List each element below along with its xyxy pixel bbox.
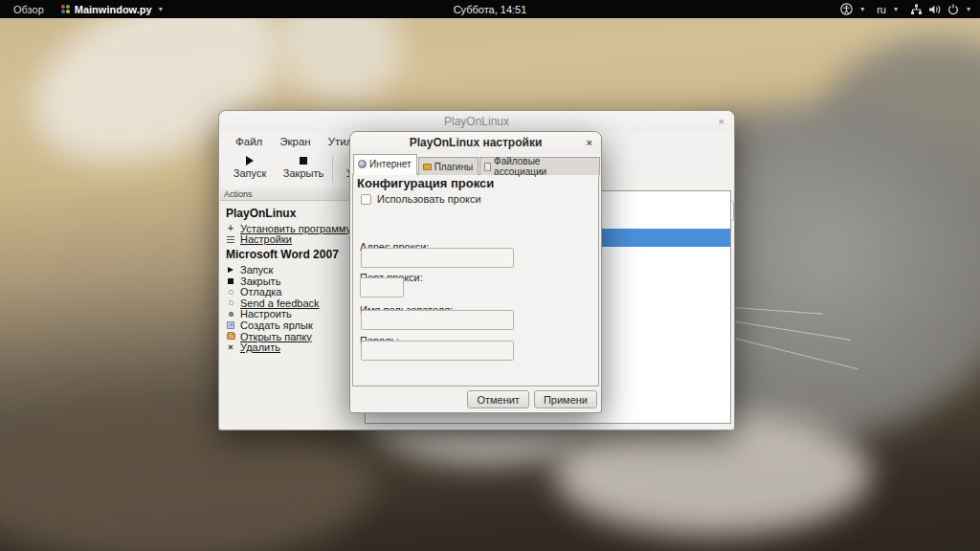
close-icon[interactable]: × xyxy=(587,132,592,154)
sidebar-section-msword: Microsoft Word 2007 xyxy=(226,248,358,261)
sidebar-item-create-shortcut[interactable]: ↗ Создать ярлык xyxy=(226,320,358,331)
proxy-username-input[interactable] xyxy=(361,310,514,330)
apply-button[interactable]: Примени xyxy=(534,390,597,408)
stop-icon xyxy=(228,278,234,284)
system-status-menu[interactable]: ▾ xyxy=(910,4,970,15)
accessibility-icon xyxy=(840,3,853,15)
main-window-titlebar[interactable]: PlayOnLinux × xyxy=(219,111,734,132)
sidebar-item-run[interactable]: Запуск xyxy=(226,264,358,276)
cross-icon: × xyxy=(228,342,233,352)
chevron-down-icon: ▾ xyxy=(967,5,970,13)
app-menu-label: Mainwindow.py xyxy=(75,4,152,15)
run-button[interactable]: Запуск xyxy=(219,154,280,179)
settings-dialog: PlayOnLinux настройки × Интернет Плагины… xyxy=(349,131,602,413)
list-icon xyxy=(227,236,234,243)
tab-internet[interactable]: Интернет xyxy=(353,154,417,175)
proxy-port-input[interactable] xyxy=(360,277,404,298)
sidebar-item-install-program[interactable]: + Установить программу xyxy=(226,223,358,234)
gear-icon xyxy=(229,300,234,305)
dialog-titlebar[interactable]: PlayOnLinux настройки × xyxy=(350,132,601,154)
close-button-label: Закрыть xyxy=(273,167,334,179)
activities-button[interactable]: Обзор xyxy=(10,4,48,15)
dialog-button-bar: Отменит Примени xyxy=(350,386,601,412)
sidebar-item-configure[interactable]: Настроить xyxy=(226,309,358,320)
play-icon xyxy=(228,267,234,273)
sidebar-item-delete[interactable]: × Удалить xyxy=(226,342,358,353)
close-program-button[interactable]: Закрыть xyxy=(273,154,334,179)
menu-display[interactable]: Экран xyxy=(271,136,319,147)
sidebar-item-debug[interactable]: Отладка xyxy=(226,286,358,298)
volume-icon xyxy=(928,4,942,15)
close-icon[interactable]: × xyxy=(719,111,724,132)
main-window-title: PlayOnLinux xyxy=(444,115,509,128)
plus-icon: + xyxy=(228,225,234,232)
gnome-top-bar: Обзор Mainwindow.py ▾ Суббота, 14:51 ▾ xyxy=(0,0,980,18)
tab-file-associations[interactable]: Файловые ассоциации xyxy=(479,157,600,175)
app-menu-button[interactable]: Mainwindow.py ▾ xyxy=(61,4,163,15)
play-icon xyxy=(246,156,254,165)
cancel-button[interactable]: Отменит xyxy=(467,390,529,408)
desktop-wallpaper: Обзор Mainwindow.py ▾ Суббота, 14:51 ▾ xyxy=(0,0,980,551)
sidebar-item-send-feedback[interactable]: Send a feedback xyxy=(226,298,358,309)
chevron-down-icon: ▾ xyxy=(894,5,898,13)
toolbar-separator xyxy=(332,156,333,183)
chevron-down-icon: ▾ xyxy=(860,5,864,13)
clock-label[interactable]: Суббота, 14:51 xyxy=(454,4,527,15)
accessibility-menu[interactable]: ▾ xyxy=(840,3,864,15)
dialog-tabs: Интернет Плагины Файловые ассоциации xyxy=(353,154,601,175)
keyboard-layout-menu[interactable]: ru ▾ xyxy=(877,4,898,15)
network-icon xyxy=(910,4,923,15)
proxy-config-heading: Конфигурация прокси xyxy=(357,176,494,190)
file-association-icon xyxy=(484,163,491,171)
menu-file[interactable]: Файл xyxy=(227,136,271,147)
sidebar-item-close[interactable]: Закрыть xyxy=(226,276,358,287)
sidebar-item-settings[interactable]: Настройки xyxy=(226,234,358,246)
proxy-password-input[interactable] xyxy=(361,341,514,361)
globe-icon xyxy=(358,160,367,168)
dialog-title: PlayOnLinux настройки xyxy=(410,136,543,149)
proxy-address-input[interactable] xyxy=(361,248,514,268)
run-button-label: Запуск xyxy=(219,167,280,179)
folder-icon xyxy=(227,333,235,340)
sidebar-header: Actions xyxy=(220,188,360,201)
actions-sidebar: Actions PlayOnLinux + Установить програм… xyxy=(220,188,360,429)
playonlinux-app-icon xyxy=(61,5,70,13)
tab-plugins[interactable]: Плагины xyxy=(418,157,479,175)
stop-icon xyxy=(300,157,307,165)
power-icon xyxy=(947,4,959,15)
sidebar-item-open-folder[interactable]: Открыть папку xyxy=(226,331,358,342)
sidebar-section-playonlinux: PlayOnLinux xyxy=(226,207,358,220)
keyboard-layout-label: ru xyxy=(877,4,886,15)
shortcut-icon: ↗ xyxy=(227,321,234,329)
use-proxy-checkbox-row[interactable]: Использовать прокси xyxy=(361,193,481,205)
use-proxy-label: Использовать прокси xyxy=(377,193,481,205)
configure-icon xyxy=(229,312,234,317)
checkbox-icon[interactable] xyxy=(361,194,371,205)
dialog-content: Конфигурация прокси Использовать прокси … xyxy=(352,174,599,386)
chevron-down-icon: ▾ xyxy=(159,5,163,13)
plugin-icon xyxy=(423,164,432,170)
gear-icon xyxy=(229,290,234,295)
